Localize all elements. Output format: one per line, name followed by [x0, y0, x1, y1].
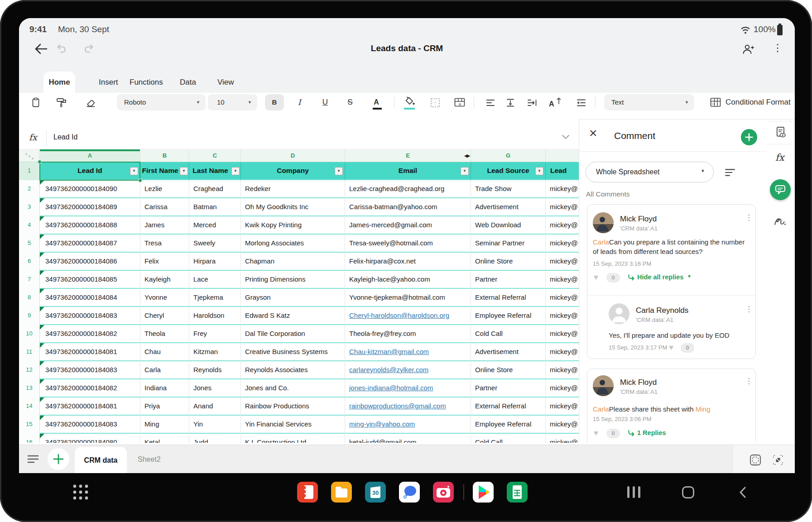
cell-last-name[interactable]: Yin	[189, 416, 241, 434]
row-number[interactable]: 15	[19, 416, 40, 434]
cell-email[interactable]: ming-yin@yahoo.com	[345, 416, 471, 434]
borders-icon[interactable]	[430, 98, 440, 108]
strikethrough-button[interactable]: S	[344, 94, 356, 110]
cell-email[interactable]: James-merced@gmail.com	[345, 216, 471, 235]
cell-lead-id[interactable]: 3497362000000184084	[40, 289, 140, 307]
select-all-corner[interactable]	[19, 149, 40, 162]
cell-lead-id[interactable]: 3497362000000184087	[40, 235, 140, 253]
add-sheet-button[interactable]	[48, 448, 69, 470]
filter-button[interactable]: ▼	[231, 167, 240, 175]
cell-last-name[interactable]: Lace	[189, 271, 241, 289]
comments-rail-button[interactable]	[770, 179, 791, 200]
cell-company[interactable]: Oh My Goodknits Inc	[241, 198, 345, 216]
cell-email[interactable]: Cheryl-haroldson@haroldson.org	[345, 307, 471, 325]
format-type-dropdown[interactable]: Text ▼	[604, 94, 694, 110]
cell-lead-source[interactable]: Trade Show	[471, 180, 546, 198]
row-number[interactable]: 12	[19, 361, 40, 379]
cell-first-name[interactable]: Priya	[140, 397, 189, 416]
collaborators-icon[interactable]	[741, 43, 755, 56]
cell-lead-owner[interactable]: mickey@z	[546, 343, 577, 361]
mention[interactable]: Carla	[593, 405, 609, 413]
filter-button[interactable]: ▼	[535, 167, 543, 175]
recents-button[interactable]	[627, 486, 640, 500]
column-header-E[interactable]: E ◀▶	[345, 149, 471, 162]
cell-company[interactable]: Grayson	[241, 289, 345, 307]
cell-email[interactable]: ketal-judd@gmail.com	[345, 434, 471, 443]
cell-first-name[interactable]: Ketal	[140, 434, 189, 443]
indent-icon[interactable]	[576, 98, 586, 108]
cell-first-name[interactable]: Indiana	[140, 379, 189, 397]
cell-lead-source[interactable]: Partner	[471, 379, 546, 397]
cell-email[interactable]: Yvonne-tjepkema@hotmail.com	[345, 289, 471, 307]
cell-lead-owner[interactable]: mickey@z	[546, 379, 577, 397]
cell-lead-source[interactable]: Employee Referral	[471, 307, 546, 325]
cell-first-name[interactable]: Ming	[140, 416, 189, 434]
cell-lead-id[interactable]: 3497362000000184085	[40, 271, 140, 289]
header-cell-company[interactable]: Company ▼	[241, 162, 345, 180]
cell-last-name[interactable]: Judd	[189, 434, 241, 443]
cell-lead-source[interactable]: Advertisement	[471, 343, 546, 361]
row-number[interactable]: 6	[19, 253, 40, 271]
cell-lead-owner[interactable]: mickey@z	[546, 253, 577, 271]
cell-first-name[interactable]: Theola	[140, 325, 189, 343]
cell-email[interactable]: carlareynolds@zylker.com	[345, 361, 471, 379]
cell-lead-id[interactable]: 3497362000000184080	[40, 434, 140, 443]
cell-lead-owner[interactable]: mickey@z	[546, 180, 577, 198]
preview-icon[interactable]	[774, 126, 787, 139]
functions-rail-icon[interactable]: fx	[775, 152, 784, 163]
like-icon[interactable]: ♥	[594, 429, 598, 438]
sheet-tab[interactable]: Sheet2	[138, 445, 161, 473]
home-button[interactable]	[682, 486, 694, 498]
cell-first-name[interactable]: Chau	[140, 343, 189, 361]
horizontal-align-icon[interactable]	[485, 98, 495, 108]
cell-lead-id[interactable]: 3497362000000184089	[40, 198, 140, 216]
messages-app-icon[interactable]	[399, 482, 420, 503]
sheets-app-icon[interactable]	[507, 482, 528, 503]
cell-email[interactable]: Lezlie-craghead@craghead.org	[345, 180, 471, 198]
merge-cells-icon[interactable]: a	[454, 97, 466, 108]
cell-lead-source[interactable]: External Referral	[471, 289, 546, 307]
selection-mode-icon[interactable]	[749, 454, 762, 466]
cell-lead-id[interactable]: 3497362000000184081	[40, 343, 140, 361]
row-number[interactable]: 3	[19, 198, 40, 216]
add-comment-button[interactable]	[741, 129, 757, 145]
row-number[interactable]: 13	[19, 379, 40, 397]
files-app-icon[interactable]	[331, 482, 352, 503]
more-menu-button[interactable]: ⋮	[773, 42, 783, 54]
row-number[interactable]: 14	[19, 397, 40, 416]
formula-expand-chevron[interactable]	[562, 134, 570, 140]
row-number[interactable]: 2	[19, 180, 40, 198]
like-icon[interactable]: ♥	[594, 273, 598, 282]
cell-lead-source[interactable]: Online Store	[471, 361, 546, 379]
cell-first-name[interactable]: Yvonne	[140, 289, 189, 307]
cell-first-name[interactable]: Carla	[140, 361, 189, 379]
cell-last-name[interactable]: Merced	[189, 216, 241, 235]
header-cell-lead-owner[interactable]: Lead	[546, 162, 577, 180]
row-number[interactable]: 16	[19, 434, 40, 443]
cell-email[interactable]: Felix-hirpara@cox.net	[345, 253, 471, 271]
filter-button[interactable]: ▼	[335, 167, 343, 175]
cell-company[interactable]: Kwik Kopy Printing	[241, 216, 345, 235]
cell-lead-owner[interactable]: mickey@z	[546, 325, 577, 343]
comment-menu-button[interactable]: ⋮	[745, 213, 753, 222]
cell-lead-source[interactable]: Employee Referral	[471, 416, 546, 434]
notes-app-icon[interactable]	[297, 482, 318, 503]
cell-first-name[interactable]: Tresa	[140, 235, 189, 253]
cell-lead-owner[interactable]: mickey@z	[546, 198, 577, 216]
cell-last-name[interactable]: Craghead	[189, 180, 241, 198]
cell-company[interactable]: Dal Tile Corporation	[241, 325, 345, 343]
bold-button[interactable]: B	[265, 94, 284, 110]
cell-email[interactable]: Chau-kitzman@gmail.com	[345, 343, 471, 361]
cell-last-name[interactable]: Jones	[189, 379, 241, 397]
cell-lead-id[interactable]: 3497362000000184082	[40, 379, 140, 397]
cell-lead-id[interactable]: 3497362000000184083	[40, 416, 140, 434]
row-number[interactable]: 8	[19, 289, 40, 307]
play-store-app-icon[interactable]	[473, 482, 494, 503]
conditional-format-label[interactable]: Conditional Format	[726, 97, 795, 108]
text-overflow-icon[interactable]	[527, 98, 538, 108]
header-cell-last-name[interactable]: Last Name ▼	[189, 162, 241, 180]
vertical-align-icon[interactable]	[505, 98, 515, 108]
hidden-column-marker[interactable]: ◀▶	[464, 149, 470, 162]
header-cell-lead-id[interactable]: Lead Id ▼	[40, 162, 140, 180]
cell-lead-source[interactable]: External Referral	[471, 397, 546, 416]
